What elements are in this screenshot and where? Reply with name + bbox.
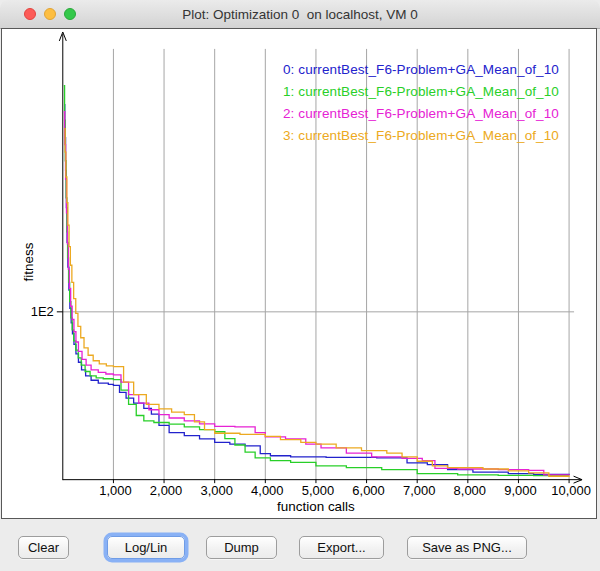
svg-text:8,000: 8,000 [454,483,486,498]
svg-text:2,000: 2,000 [150,483,182,498]
svg-text:4,000: 4,000 [251,483,283,498]
zoom-button[interactable] [64,8,76,20]
close-button[interactable] [24,8,36,20]
log-lin-button[interactable]: Log/Lin [107,536,185,559]
svg-text:3,000: 3,000 [200,483,232,498]
titlebar: Plot: Optimization 0 on localhost, VM 0 [0,0,600,29]
svg-text:7,000: 7,000 [403,483,435,498]
traffic-lights [24,8,76,20]
save-as-png-button[interactable]: Save as PNG... [407,536,527,559]
plot-window: { "window": { "title": "Plot: Optimizati… [0,0,600,571]
svg-text:1E2: 1E2 [31,304,54,319]
export-button[interactable]: Export... [299,536,384,559]
svg-text:function calls: function calls [277,499,355,514]
minimize-button[interactable] [44,8,56,20]
window-title: Plot: Optimization 0 on localhost, VM 0 [182,7,418,22]
legend-item: 0: currentBest_F6-Problem+GA_Mean_of_10 [283,59,559,81]
svg-text:1,000: 1,000 [99,483,131,498]
dump-button[interactable]: Dump [206,536,277,559]
legend-item: 3: currentBest_F6-Problem+GA_Mean_of_10 [283,125,559,147]
legend-item: 1: currentBest_F6-Problem+GA_Mean_of_10 [283,81,559,103]
svg-text:10,000: 10,000 [551,483,591,498]
plot-legend: 0: currentBest_F6-Problem+GA_Mean_of_101… [283,59,559,147]
svg-text:fitness: fitness [21,242,36,281]
svg-text:5,000: 5,000 [302,483,334,498]
svg-text:9,000: 9,000 [504,483,536,498]
legend-item: 2: currentBest_F6-Problem+GA_Mean_of_10 [283,103,559,125]
svg-text:6,000: 6,000 [352,483,384,498]
clear-button[interactable]: Clear [18,536,69,559]
